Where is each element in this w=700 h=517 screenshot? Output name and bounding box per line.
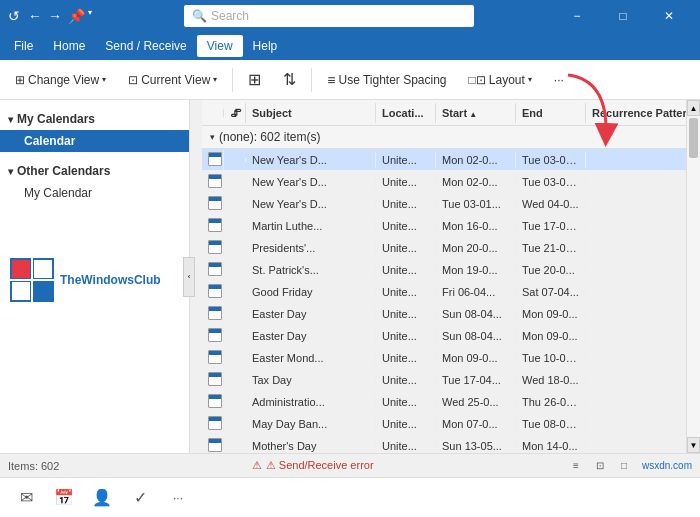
- col-header-end[interactable]: End: [516, 103, 586, 123]
- row-attach-cell: [224, 268, 246, 272]
- sidebar-item-calendar[interactable]: Calendar: [0, 130, 189, 152]
- back-icon[interactable]: ←: [28, 8, 44, 24]
- sort-icon: ⇅: [283, 70, 296, 89]
- other-calendars-header[interactable]: ▾ Other Calendars: [0, 160, 189, 182]
- row-end: Tue 03-01...: [516, 152, 586, 168]
- close-button[interactable]: ✕: [646, 0, 692, 32]
- people-nav-button[interactable]: 👤: [86, 482, 118, 514]
- scroll-up-button[interactable]: ▲: [687, 100, 700, 116]
- table-row[interactable]: May Day Ban...Unite...Mon 07-0...Tue 08-…: [202, 413, 686, 435]
- table-row[interactable]: Tax DayUnite...Tue 17-04...Wed 18-0...Ho…: [202, 369, 686, 391]
- title-bar: ↺ ← → 📌 ▾ 🔍 Search − □ ✕: [0, 0, 700, 32]
- compact-view-button[interactable]: ≡: [566, 457, 586, 475]
- layout-button[interactable]: □⊡ Layout ▾: [460, 68, 541, 92]
- row-subject: Easter Mond...: [246, 350, 376, 366]
- table-row[interactable]: New Year's D...Unite...Tue 03-01...Wed 0…: [202, 193, 686, 215]
- window-controls-right: − □ ✕: [554, 0, 692, 32]
- status-bar: Items: 602 ⚠ ⚠ Send/Receive error ≡ ⊡ □ …: [0, 453, 700, 477]
- row-location: Unite...: [376, 416, 436, 432]
- row-end: Tue 20-0...: [516, 262, 586, 278]
- menu-help[interactable]: Help: [243, 35, 288, 57]
- calendar-nav-button[interactable]: 📅: [48, 482, 80, 514]
- scroll-thumb[interactable]: [689, 118, 698, 158]
- row-location: Unite...: [376, 240, 436, 256]
- sidebar-collapse-button[interactable]: ‹: [183, 257, 195, 297]
- forward-icon[interactable]: →: [48, 8, 64, 24]
- row-recurrence: [586, 378, 686, 382]
- menu-bar: File Home Send / Receive View Help: [0, 32, 700, 60]
- row-end: Wed 18-0...: [516, 372, 586, 388]
- change-view-button[interactable]: ⊞ Change View ▾: [6, 68, 115, 92]
- row-subject: Mother's Day: [246, 438, 376, 454]
- single-view-button[interactable]: □: [614, 457, 634, 475]
- current-view-button[interactable]: ⊡ Current View ▾: [119, 68, 226, 92]
- row-icon-cell: [202, 348, 224, 368]
- change-view-icon: ⊞: [15, 73, 25, 87]
- refresh-icon[interactable]: ↺: [8, 8, 24, 24]
- preview-view-button[interactable]: ⊡: [590, 457, 610, 475]
- row-end: Tue 08-05...: [516, 416, 586, 432]
- maximize-button[interactable]: □: [600, 0, 646, 32]
- group-toggle[interactable]: ▾: [210, 132, 215, 142]
- menu-home[interactable]: Home: [43, 35, 95, 57]
- window-controls-left: ↺ ← → 📌 ▾: [8, 8, 104, 24]
- layout-grid-icon: ⊞: [248, 70, 261, 89]
- row-subject: May Day Ban...: [246, 416, 376, 432]
- sidebar-item-my-calendar[interactable]: My Calendar: [0, 182, 189, 204]
- scroll-track[interactable]: [687, 160, 700, 437]
- table-row[interactable]: Good FridayUnite...Fri 06-04...Sat 07-04…: [202, 281, 686, 303]
- row-subject: Easter Day: [246, 306, 376, 322]
- menu-send-receive[interactable]: Send / Receive: [95, 35, 196, 57]
- col-header-subject[interactable]: Subject: [246, 103, 376, 123]
- row-icon-cell: [202, 150, 224, 170]
- row-start: Fri 06-04...: [436, 284, 516, 300]
- table-row[interactable]: Easter DayUnite...Sun 08-04...Mon 09-0..…: [202, 325, 686, 347]
- table-row[interactable]: Mother's DayUnite...Sun 13-05...Mon 14-0…: [202, 435, 686, 453]
- col-header-location[interactable]: Locati...: [376, 103, 436, 123]
- more-nav-button[interactable]: ···: [162, 482, 194, 514]
- status-center: ⚠ ⚠ Send/Receive error: [69, 459, 556, 472]
- table-row[interactable]: Easter Mond...Unite...Mon 09-0...Tue 10-…: [202, 347, 686, 369]
- row-attach-cell: [224, 378, 246, 382]
- minimize-button[interactable]: −: [554, 0, 600, 32]
- search-placeholder: Search: [211, 9, 249, 23]
- col-header-recurrence[interactable]: Recurrence Pattern: [586, 103, 686, 123]
- row-attach-cell: [224, 444, 246, 448]
- more-options-button[interactable]: ···: [545, 68, 573, 92]
- tasks-nav-button[interactable]: ✓: [124, 482, 156, 514]
- row-icon-cell: [202, 304, 224, 324]
- layout-icon-button[interactable]: ⊞: [239, 65, 270, 94]
- dropdown-arrow-icon[interactable]: ▾: [88, 8, 104, 24]
- row-recurrence: [586, 224, 686, 228]
- row-end: Wed 04-0...: [516, 196, 586, 212]
- table-row[interactable]: Martin Luthe...Unite...Mon 16-0...Tue 17…: [202, 215, 686, 237]
- sort-button[interactable]: ⇅: [274, 65, 305, 94]
- scrollbar[interactable]: ▲ ▼: [686, 100, 700, 453]
- table-row[interactable]: Presidents'...Unite...Mon 20-0...Tue 21-…: [202, 237, 686, 259]
- mail-nav-button[interactable]: ✉: [10, 482, 42, 514]
- svg-rect-5: [34, 282, 52, 300]
- my-calendars-header[interactable]: ▾ My Calendars: [0, 108, 189, 130]
- table-row[interactable]: New Year's D...Unite...Mon 02-0...Tue 03…: [202, 171, 686, 193]
- menu-view[interactable]: View: [197, 35, 243, 57]
- table-row[interactable]: Easter DayUnite...Sun 08-04...Mon 09-0..…: [202, 303, 686, 325]
- sidebar: ▾ My Calendars Calendar ▾ Other Calendar…: [0, 100, 190, 453]
- quick-access-icon[interactable]: 📌: [68, 8, 84, 24]
- row-subject: Easter Day: [246, 328, 376, 344]
- table-row[interactable]: New Year's D...Unite...Mon 02-0...Tue 03…: [202, 149, 686, 171]
- row-attach-cell: [224, 180, 246, 184]
- table-body: New Year's D...Unite...Mon 02-0...Tue 03…: [202, 149, 686, 453]
- expand-icon: ▾: [8, 114, 13, 125]
- col-header-attach[interactable]: 🖇: [224, 103, 246, 123]
- row-start: Sun 08-04...: [436, 328, 516, 344]
- menu-file[interactable]: File: [4, 35, 43, 57]
- search-bar[interactable]: 🔍 Search: [184, 5, 474, 27]
- scroll-down-button[interactable]: ▼: [687, 437, 700, 453]
- table-row[interactable]: St. Patrick's...Unite...Mon 19-0...Tue 2…: [202, 259, 686, 281]
- col-header-icon: [202, 109, 224, 117]
- table-row[interactable]: Administratio...Unite...Wed 25-0...Thu 2…: [202, 391, 686, 413]
- row-attach-cell: [224, 356, 246, 360]
- tighter-spacing-button[interactable]: ≡ Use Tighter Spacing: [318, 67, 455, 93]
- col-header-start[interactable]: Start: [436, 103, 516, 123]
- row-recurrence: [586, 312, 686, 316]
